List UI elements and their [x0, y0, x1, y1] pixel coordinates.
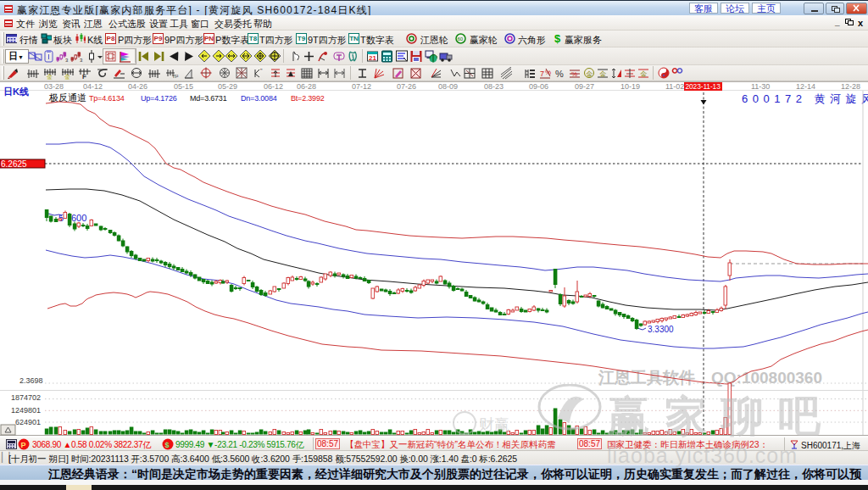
svg-text:3: 3	[65, 58, 69, 63]
svg-text:11-02: 11-02	[665, 82, 684, 91]
svg-text:10-19: 10-19	[620, 82, 640, 91]
svg-text:极反通道: 极反通道	[48, 92, 86, 103]
svg-text:09-06: 09-06	[529, 82, 548, 91]
svg-text:金: 金	[586, 70, 593, 78]
svg-text:08-23: 08-23	[484, 82, 504, 91]
svg-text:11-30: 11-30	[751, 82, 770, 91]
svg-text:江恩工具软件，QQ:100800360: 江恩工具软件，QQ:100800360	[598, 369, 822, 387]
svg-text:2023-11-13: 2023-11-13	[686, 82, 721, 91]
svg-text:05-29: 05-29	[218, 82, 237, 91]
svg-text:Bt=2.3992: Bt=2.3992	[291, 94, 325, 103]
svg-text:07-12: 07-12	[352, 82, 371, 91]
svg-text:金: 金	[640, 70, 648, 78]
svg-text:%: %	[571, 70, 577, 78]
svg-text:600172 黄河旋风: 600172 黄河旋风	[742, 92, 868, 105]
svg-text:金: 金	[47, 74, 53, 80]
svg-text:%: %	[545, 69, 551, 76]
svg-text:09-27: 09-27	[575, 82, 594, 91]
svg-text:600: 600	[71, 213, 86, 223]
svg-text:05-15: 05-15	[174, 82, 193, 91]
svg-text:3.3300: 3.3300	[648, 325, 674, 334]
svg-text:5: 5	[58, 213, 64, 223]
svg-text:03-28: 03-28	[44, 82, 64, 91]
svg-text:12-14: 12-14	[796, 82, 815, 91]
svg-text:60: 60	[458, 36, 464, 42]
svg-text:1249801: 1249801	[11, 406, 41, 415]
svg-text:%: %	[555, 69, 564, 79]
svg-text:08-09: 08-09	[438, 82, 458, 91]
svg-text:n²: n²	[173, 73, 179, 79]
svg-text:Md=3.6731: Md=3.6731	[190, 94, 227, 103]
svg-text:07-26: 07-26	[397, 82, 416, 91]
svg-text:金: 金	[599, 70, 607, 78]
svg-text:04-12: 04-12	[83, 82, 103, 91]
svg-text:Dn=3.0084: Dn=3.0084	[241, 94, 277, 103]
svg-text:日K线: 日K线	[3, 86, 29, 97]
svg-text:P: P	[21, 441, 26, 449]
svg-text:$: $	[165, 441, 170, 449]
svg-text:": "	[260, 68, 263, 74]
svg-text:金: 金	[64, 74, 70, 80]
svg-text:F: F	[82, 73, 86, 80]
svg-text:2.3698: 2.3698	[19, 376, 43, 385]
svg-text:Up=4.1726: Up=4.1726	[141, 94, 177, 103]
svg-text:624901: 624901	[15, 418, 41, 426]
svg-text:7: 7	[540, 70, 544, 78]
svg-text:6.2625: 6.2625	[1, 159, 27, 169]
svg-text:06-12: 06-12	[264, 82, 283, 91]
svg-text:04-26: 04-26	[128, 82, 147, 91]
svg-text:12-28: 12-28	[841, 82, 860, 91]
svg-text:06-28: 06-28	[297, 82, 316, 91]
svg-text:1874702: 1874702	[11, 393, 41, 402]
svg-text:21: 21	[369, 54, 376, 62]
svg-text:3: 3	[80, 58, 83, 63]
svg-text:Tp=4.6134: Tp=4.6134	[89, 94, 125, 103]
